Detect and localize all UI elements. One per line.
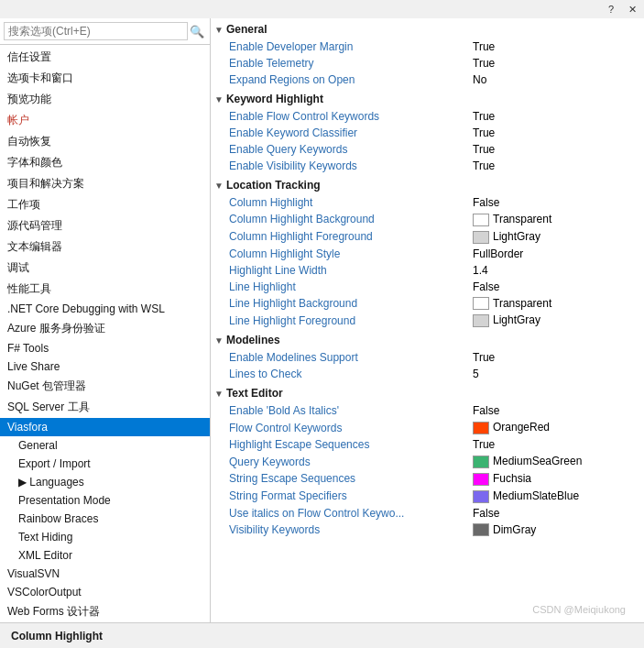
nav-item-azure[interactable]: Azure 服务身份验证	[0, 318, 210, 339]
property-value: True	[467, 349, 644, 366]
property-row: Use italics on Flow Control Keywo...Fals…	[211, 505, 644, 522]
nav-item-vscoloroutput[interactable]: VSColorOutput	[0, 583, 210, 601]
search-input[interactable]	[4, 22, 188, 40]
property-value: True	[467, 108, 644, 125]
color-swatch	[473, 473, 489, 486]
nav-item-gongzuo[interactable]: 工作项	[0, 194, 210, 215]
nav-item-general[interactable]: General	[0, 436, 210, 455]
color-swatch	[473, 422, 489, 434]
property-row: Enable Flow Control KeywordsTrue	[211, 108, 644, 125]
property-value: 1.4	[467, 262, 644, 279]
section-header-general[interactable]: ▼General	[211, 18, 644, 38]
property-value: LightGray	[467, 228, 644, 246]
nav-item-wenben[interactable]: 文本编辑器	[0, 236, 210, 258]
color-swatch	[473, 214, 489, 226]
property-row: Lines to Check5	[211, 366, 644, 382]
close-button[interactable]: ✕	[625, 4, 640, 16]
title-bar: ? ✕	[0, 0, 644, 18]
help-button[interactable]: ?	[605, 4, 617, 15]
color-value-text: DimGray	[493, 523, 536, 536]
property-value: False	[467, 279, 644, 295]
property-value: Fuchsia	[467, 470, 644, 488]
nav-item-liveshare[interactable]: Live Share	[0, 357, 210, 376]
property-row: Highlight Line Width1.4	[211, 262, 644, 279]
property-row: Line HighlightFalse	[211, 279, 644, 295]
nav-item-exportimport[interactable]: Export / Import	[0, 455, 210, 473]
nav-item-zidong[interactable]: 自动恢复	[0, 131, 210, 152]
property-name: Expand Regions on Open	[211, 71, 467, 88]
nav-item-presentationmode[interactable]: Presentation Mode	[0, 491, 210, 510]
section-header-locationtracking[interactable]: ▼Location Tracking	[211, 174, 644, 194]
color-swatch	[473, 231, 489, 244]
property-name: String Escape Sequences	[211, 470, 467, 488]
nav-item-texthiding[interactable]: Text Hiding	[0, 528, 210, 546]
nav-item-fsharp[interactable]: F# Tools	[0, 339, 210, 357]
nav-item-xuanxiangka[interactable]: 选项卡和窗口	[0, 68, 210, 89]
nav-item-sqlserver[interactable]: SQL Server 工具	[0, 397, 210, 418]
nav-item-zhanghao[interactable]: 帐户	[0, 110, 210, 131]
search-button[interactable]: 🔍	[188, 22, 206, 40]
nav-item-rainbowbraces[interactable]: Rainbow Braces	[0, 510, 210, 528]
property-value: 5	[467, 366, 644, 382]
property-name: Enable 'Bold As Italics'	[211, 402, 467, 419]
color-value-text: Transparent	[493, 213, 551, 225]
nav-list: 信任设置选项卡和窗口预览功能帐户自动恢复字体和颜色项目和解决方案工作项源代码管理…	[0, 45, 210, 622]
property-value: False	[467, 505, 644, 522]
color-value-text: LightGray	[493, 230, 540, 243]
property-name: Flow Control Keywords	[211, 419, 467, 436]
nav-item-languages[interactable]: ▶ Languages	[0, 473, 210, 491]
color-swatch	[473, 314, 489, 327]
property-name: Enable Visibility Keywords	[211, 158, 467, 174]
property-name: Line Highlight	[211, 279, 467, 295]
search-bar: 🔍	[0, 18, 210, 45]
nav-item-xiangmu[interactable]: 项目和解决方案	[0, 173, 210, 194]
nav-item-viasfora[interactable]: Viasfora	[0, 418, 210, 436]
nav-item-netcore[interactable]: .NET Core Debugging with WSL	[0, 300, 210, 318]
property-name: Column Highlight Background	[211, 211, 467, 228]
property-name: Lines to Check	[211, 366, 467, 382]
property-value: True	[467, 158, 644, 174]
right-panel: ▼GeneralEnable Developer MarginTrueEnabl…	[211, 18, 644, 622]
nav-item-nuget[interactable]: NuGet 包管理器	[0, 376, 210, 397]
property-row: Column Highlight BackgroundTransparent	[211, 211, 644, 228]
property-row: Column Highlight ForegroundLightGray	[211, 228, 644, 246]
property-row: Visibility KeywordsDimGray	[211, 522, 644, 539]
color-value-text: MediumSlateBlue	[493, 489, 579, 502]
property-row: Flow Control KeywordsOrangeRed	[211, 419, 644, 436]
property-value: True	[467, 125, 644, 141]
property-value: MediumSlateBlue	[467, 488, 644, 505]
property-name: Line Highlight Background	[211, 295, 467, 313]
property-name: Column Highlight	[211, 194, 467, 211]
nav-item-yuandai[interactable]: 源代码管理	[0, 215, 210, 236]
property-row: String Escape SequencesFuchsia	[211, 470, 644, 488]
property-name: String Format Specifiers	[211, 488, 467, 505]
nav-item-xinren[interactable]: 信任设置	[0, 47, 210, 68]
property-name: Column Highlight Foreground	[211, 228, 467, 246]
property-name: Highlight Line Width	[211, 262, 467, 279]
section-header-keywordhighlight[interactable]: ▼Keyword Highlight	[211, 88, 644, 108]
property-row: Expand Regions on OpenNo	[211, 71, 644, 88]
property-name: Use italics on Flow Control Keywo...	[211, 505, 467, 522]
property-row: Enable Developer MarginTrue	[211, 38, 644, 55]
nav-item-tiaoshi[interactable]: 调试	[0, 258, 210, 279]
nav-item-ziti[interactable]: 字体和颜色	[0, 152, 210, 173]
property-row: Column HighlightFalse	[211, 194, 644, 211]
property-value: True	[467, 38, 644, 55]
property-row: String Format SpecifiersMediumSlateBlue	[211, 488, 644, 505]
property-row: Enable 'Bold As Italics'False	[211, 402, 644, 419]
nav-item-xingneng[interactable]: 性能工具	[0, 279, 210, 300]
property-value: False	[467, 402, 644, 419]
property-name: Highlight Escape Sequences	[211, 436, 467, 453]
section-header-texteditor[interactable]: ▼Text Editor	[211, 382, 644, 402]
color-value-text: Transparent	[493, 297, 551, 310]
nav-item-webforms[interactable]: Web Forms 设计器	[0, 601, 210, 622]
property-row: Highlight Escape SequencesTrue	[211, 436, 644, 453]
property-name: Line Highlight Foreground	[211, 312, 467, 329]
property-row: Enable Keyword ClassifierTrue	[211, 125, 644, 141]
property-row: Line Highlight ForegroundLightGray	[211, 312, 644, 329]
section-header-modelines[interactable]: ▼Modelines	[211, 329, 644, 349]
nav-item-xmleditor[interactable]: XML Editor	[0, 546, 210, 565]
nav-item-yuzhi[interactable]: 预览功能	[0, 89, 210, 110]
property-name: Enable Developer Margin	[211, 38, 467, 55]
nav-item-visualsvn[interactable]: VisualSVN	[0, 565, 210, 583]
